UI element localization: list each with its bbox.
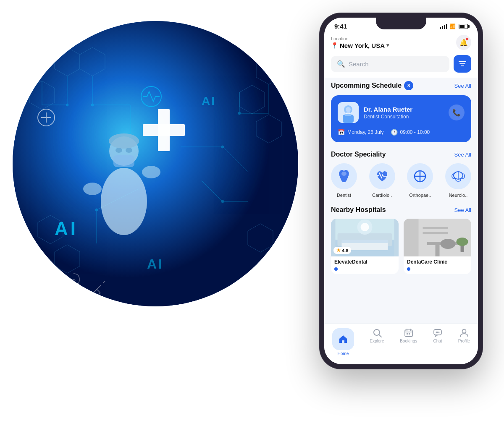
- hospital-name-2: DentaCare Clinic: [404, 256, 471, 267]
- wifi-icon: 📶: [449, 24, 456, 29]
- location-label: Location: [331, 36, 389, 41]
- svg-point-62: [346, 107, 351, 112]
- doctor-avatar-svg: [338, 102, 359, 123]
- battery-icon: [459, 24, 468, 29]
- rating-value-1: 4.8: [342, 248, 348, 253]
- circuit-svg: AI AI AI: [13, 21, 298, 306]
- svg-rect-83: [436, 245, 440, 256]
- nav-bookings-label: Bookings: [400, 339, 417, 343]
- upcoming-badge: 8: [404, 81, 413, 90]
- phone-screen: 9:41 📶 Location: [324, 18, 478, 364]
- dentist-icon-circle: [331, 163, 357, 189]
- notification-bell-button[interactable]: 🔔: [456, 35, 471, 50]
- explore-icon: [373, 328, 382, 337]
- location-city: New York, USA: [340, 42, 385, 49]
- svg-point-52: [126, 148, 132, 153]
- svg-point-64: [341, 172, 346, 176]
- nav-chat-label: Chat: [433, 339, 442, 343]
- phone-body: 9:41 📶 Location: [319, 13, 483, 369]
- svg-rect-49: [113, 155, 134, 167]
- schedule-card[interactable]: Dr. Alana Rueter Dentist Consultation 📞 …: [331, 95, 471, 142]
- nav-profile[interactable]: Profile: [458, 328, 470, 356]
- neuro-label: Neurolo..: [449, 193, 468, 198]
- svg-rect-74: [342, 240, 388, 243]
- location-value[interactable]: 📍 New York, USA ▾: [331, 42, 389, 49]
- nav-explore-label: Explore: [370, 339, 384, 343]
- cardio-icon-circle: [369, 163, 395, 189]
- speciality-section: Dentist Cardiolo..: [324, 162, 478, 203]
- speciality-title: Doctor Speciality: [331, 151, 386, 158]
- phone-mockup: 9:41 📶 Location: [319, 13, 483, 411]
- hospital-card-1[interactable]: ★ 4.8 ElevateDental: [331, 219, 399, 274]
- nav-bookings[interactable]: Bookings: [400, 328, 417, 356]
- speciality-dentist[interactable]: Dentist: [331, 163, 357, 198]
- bottom-nav: Home Explore: [324, 324, 478, 364]
- svg-rect-96: [409, 333, 410, 335]
- svg-rect-91: [405, 330, 412, 337]
- nav-home[interactable]: Home: [332, 328, 354, 356]
- svg-point-48: [101, 168, 147, 235]
- speciality-neuro[interactable]: Neurolo..: [445, 163, 471, 198]
- cardio-icon: [375, 169, 390, 184]
- svg-point-53: [83, 183, 102, 195]
- call-button[interactable]: 📞: [449, 105, 465, 120]
- svg-point-29: [221, 146, 224, 148]
- nav-profile-label: Profile: [458, 339, 470, 343]
- speciality-see-all[interactable]: See All: [454, 152, 471, 158]
- doctor-info: Dr. Alana Rueter Dentist Consultation: [364, 106, 444, 120]
- hospital-image-1: ★ 4.8: [331, 219, 399, 256]
- speciality-grid: Dentist Cardiolo..: [331, 163, 471, 198]
- svg-rect-34: [158, 109, 170, 151]
- upcoming-section-header: Upcomming Schedule 8 See All: [324, 78, 478, 94]
- svg-rect-81: [404, 219, 419, 256]
- location-info: Location 📍 New York, USA ▾: [331, 36, 389, 49]
- hospital-dot-1: [334, 267, 338, 271]
- search-bar[interactable]: 🔍 Search: [331, 56, 449, 72]
- chat-icon: [433, 328, 442, 337]
- neuro-icon: [451, 169, 466, 184]
- upcoming-see-all[interactable]: See All: [454, 83, 471, 89]
- status-time: 9:41: [334, 23, 347, 30]
- hospital-dot-2: [407, 267, 410, 271]
- speciality-cardio[interactable]: Cardiolo..: [369, 163, 395, 198]
- filter-button[interactable]: [454, 55, 471, 73]
- doctor-avatar: [338, 102, 359, 123]
- svg-rect-63: [346, 112, 350, 114]
- svg-point-30: [95, 209, 98, 211]
- hospitals-see-all[interactable]: See All: [454, 207, 471, 213]
- neuro-icon-circle: [445, 163, 471, 189]
- svg-text:AI: AI: [202, 94, 216, 107]
- svg-point-99: [438, 332, 440, 333]
- svg-point-26: [91, 104, 94, 106]
- search-placeholder: Search: [349, 60, 369, 68]
- svg-rect-95: [407, 333, 408, 335]
- calendar-icon: 📅: [338, 129, 345, 136]
- hospitals-section-header: Nearby Hospitals See All: [324, 203, 478, 217]
- search-icon: 🔍: [337, 60, 345, 68]
- background-circle: AI AI AI: [13, 21, 298, 306]
- svg-rect-88: [423, 232, 448, 234]
- nav-home-label: Home: [338, 351, 349, 356]
- hospital-card-2[interactable]: DentaCare Clinic: [404, 219, 471, 274]
- bookings-icon: [404, 328, 413, 337]
- svg-point-86: [457, 238, 468, 246]
- star-icon: ★: [336, 248, 341, 253]
- svg-point-98: [436, 332, 437, 333]
- svg-point-50: [109, 133, 139, 149]
- nav-chat[interactable]: Chat: [433, 328, 442, 356]
- svg-point-25: [66, 104, 68, 106]
- home-icon: [339, 335, 348, 344]
- nav-explore[interactable]: Explore: [370, 328, 384, 356]
- schedule-time: 🕐 09:00 - 10:00: [391, 129, 430, 136]
- svg-point-101: [462, 329, 466, 333]
- ortho-label: Orthopaе..: [409, 193, 431, 198]
- doctor-specialty: Dentist Consultation: [364, 114, 444, 120]
- phone-icon: 📞: [452, 109, 461, 117]
- svg-point-84: [441, 239, 456, 249]
- ortho-icon-circle: [407, 163, 433, 189]
- svg-point-51: [116, 148, 122, 153]
- svg-rect-87: [423, 227, 448, 229]
- location-bar[interactable]: Location 📍 New York, USA ▾ 🔔: [324, 30, 478, 53]
- upcoming-title: Upcomming Schedule: [331, 82, 402, 89]
- speciality-ortho[interactable]: Orthopaе..: [407, 163, 433, 198]
